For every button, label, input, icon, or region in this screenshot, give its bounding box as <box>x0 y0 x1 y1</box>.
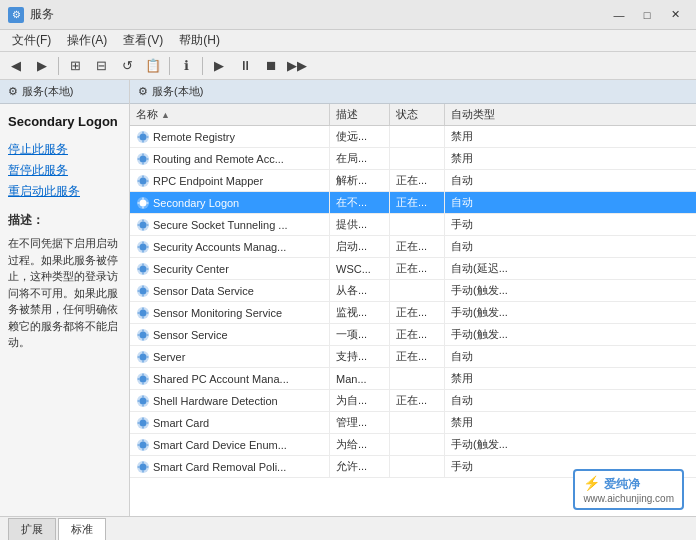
col-desc[interactable]: 描述 <box>330 104 390 125</box>
cell-name: Routing and Remote Acc... <box>130 148 330 169</box>
table-row[interactable]: Shell Hardware Detection 为自... 正在... 自动 <box>130 390 696 412</box>
cell-desc: 监视... <box>330 302 390 323</box>
toolbar-btn-4[interactable]: 📋 <box>141 55 165 77</box>
service-icon <box>136 328 150 342</box>
toolbar-sep-2 <box>169 57 170 75</box>
cell-startup: 自动 <box>445 390 525 411</box>
tab-standard[interactable]: 标准 <box>58 518 106 540</box>
bottom-tabs: 扩展 标准 <box>0 516 696 540</box>
cell-status <box>390 368 445 389</box>
table-row[interactable]: Secondary Logon 在不... 正在... 自动 <box>130 192 696 214</box>
table-row[interactable]: Sensor Data Service 从各... 手动(触发... <box>130 280 696 302</box>
sidebar-link-restart[interactable]: 重启动此服务 <box>8 183 121 200</box>
forward-button[interactable]: ▶ <box>30 55 54 77</box>
cell-status: 正在... <box>390 346 445 367</box>
cell-desc: 从各... <box>330 280 390 301</box>
service-table[interactable]: 名称 ▲ 描述 状态 自动类型 Remote Registry 使 <box>130 104 696 516</box>
titlebar-controls: — □ ✕ <box>606 5 688 25</box>
sidebar-header-icon: ⚙ <box>8 85 18 98</box>
toolbar-btn-play[interactable]: ▶ <box>207 55 231 77</box>
tab-expand[interactable]: 扩展 <box>8 518 56 540</box>
service-icon <box>136 174 150 188</box>
svg-point-25 <box>140 397 147 404</box>
service-icon <box>136 416 150 430</box>
table-row[interactable]: Remote Registry 使远... 禁用 <box>130 126 696 148</box>
cell-name: Secure Socket Tunneling ... <box>130 214 330 235</box>
cell-name: Smart Card Removal Poli... <box>130 456 330 477</box>
service-icon <box>136 306 150 320</box>
close-button[interactable]: ✕ <box>662 5 688 25</box>
table-row[interactable]: Sensor Service 一项... 正在... 手动(触发... <box>130 324 696 346</box>
menu-view[interactable]: 查看(V) <box>115 30 171 51</box>
svg-point-17 <box>140 309 147 316</box>
table-row[interactable]: RPC Endpoint Mapper 解析... 正在... 自动 <box>130 170 696 192</box>
cell-startup: 手动(触发... <box>445 302 525 323</box>
service-icon <box>136 218 150 232</box>
svg-point-27 <box>140 419 147 426</box>
svg-point-9 <box>140 221 147 228</box>
service-icon <box>136 196 150 210</box>
sidebar-service-title: Secondary Logon <box>8 114 121 129</box>
sidebar-desc-title: 描述： <box>8 212 121 229</box>
cell-desc: 为给... <box>330 434 390 455</box>
svg-point-15 <box>140 287 147 294</box>
toolbar-btn-1[interactable]: ⊞ <box>63 55 87 77</box>
cell-desc: WSC... <box>330 258 390 279</box>
table-row[interactable]: Secure Socket Tunneling ... 提供... 手动 <box>130 214 696 236</box>
cell-status: 正在... <box>390 390 445 411</box>
service-icon <box>136 130 150 144</box>
cell-desc: 支持... <box>330 346 390 367</box>
menubar: 文件(F) 操作(A) 查看(V) 帮助(H) <box>0 30 696 52</box>
cell-desc: 解析... <box>330 170 390 191</box>
svg-point-5 <box>140 177 147 184</box>
cell-status: 正在... <box>390 302 445 323</box>
toolbar-btn-pause[interactable]: ⏸ <box>233 55 257 77</box>
table-row[interactable]: Security Center WSC... 正在... 自动(延迟... <box>130 258 696 280</box>
cell-startup: 手动(触发... <box>445 324 525 345</box>
table-row[interactable]: Smart Card 管理... 禁用 <box>130 412 696 434</box>
watermark-logo: ⚡ 爱纯净 <box>583 475 674 493</box>
cell-status <box>390 456 445 477</box>
toolbar-sep-1 <box>58 57 59 75</box>
toolbar-btn-stop[interactable]: ⏹ <box>259 55 283 77</box>
toolbar-btn-info[interactable]: ℹ <box>174 55 198 77</box>
right-panel: ⚙ 服务(本地) 名称 ▲ 描述 状态 自动类型 <box>130 80 696 516</box>
toolbar-btn-restart[interactable]: ▶▶ <box>285 55 309 77</box>
cell-desc: 在局... <box>330 148 390 169</box>
toolbar-btn-2[interactable]: ⊟ <box>89 55 113 77</box>
table-row[interactable]: Smart Card Device Enum... 为给... 手动(触发... <box>130 434 696 456</box>
col-name[interactable]: 名称 ▲ <box>130 104 330 125</box>
table-row[interactable]: Shared PC Account Mana... Man... 禁用 <box>130 368 696 390</box>
sidebar-link-pause[interactable]: 暂停此服务 <box>8 162 121 179</box>
cell-status <box>390 148 445 169</box>
menu-file[interactable]: 文件(F) <box>4 30 59 51</box>
back-button[interactable]: ◀ <box>4 55 28 77</box>
menu-action[interactable]: 操作(A) <box>59 30 115 51</box>
col-status[interactable]: 状态 <box>390 104 445 125</box>
cell-startup: 自动(延迟... <box>445 258 525 279</box>
table-row[interactable]: Security Accounts Manag... 启动... 正在... 自… <box>130 236 696 258</box>
cell-status: 正在... <box>390 236 445 257</box>
watermark-url: www.aichunjing.com <box>583 493 674 504</box>
table-row[interactable]: Routing and Remote Acc... 在局... 禁用 <box>130 148 696 170</box>
col-startup[interactable]: 自动类型 <box>445 104 525 125</box>
cell-name: Remote Registry <box>130 126 330 147</box>
cell-status <box>390 214 445 235</box>
cell-desc: 允许... <box>330 456 390 477</box>
minimize-button[interactable]: — <box>606 5 632 25</box>
right-header-icon: ⚙ <box>138 85 148 98</box>
sidebar-link-stop[interactable]: 停止此服务 <box>8 141 121 158</box>
table-row[interactable]: Sensor Monitoring Service 监视... 正在... 手动… <box>130 302 696 324</box>
table-row[interactable]: Server 支持... 正在... 自动 <box>130 346 696 368</box>
cell-desc: 管理... <box>330 412 390 433</box>
table-header: 名称 ▲ 描述 状态 自动类型 <box>130 104 696 126</box>
menu-help[interactable]: 帮助(H) <box>171 30 228 51</box>
cell-desc: Man... <box>330 368 390 389</box>
cell-name: Sensor Monitoring Service <box>130 302 330 323</box>
app-icon: ⚙ <box>8 7 24 23</box>
maximize-button[interactable]: □ <box>634 5 660 25</box>
sort-arrow-icon: ▲ <box>161 110 170 120</box>
cell-startup: 禁用 <box>445 126 525 147</box>
toolbar-btn-3[interactable]: ↺ <box>115 55 139 77</box>
svg-point-31 <box>140 463 147 470</box>
